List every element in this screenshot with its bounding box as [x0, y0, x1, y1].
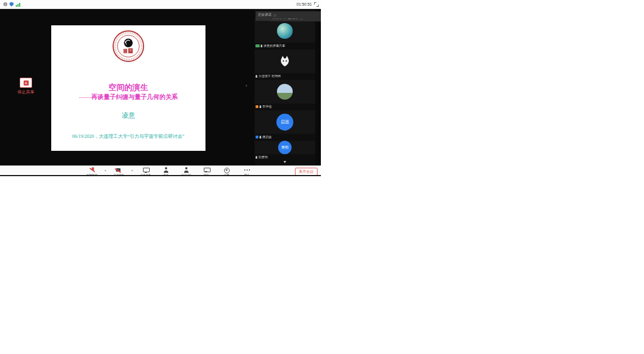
network-signal-icon — [16, 2, 21, 7]
meeting-toolbar: 解除静音 ▴ 开启视频 ▴ 共享屏幕 邀请 成员(24) 聊天 应用 更多 离开… — [0, 165, 322, 176]
meeting-window-q4: i 01:50:51 空间的演生 — [0, 0, 322, 177]
mic-muted-icon — [89, 167, 96, 173]
slide-title-line2: ——再谈量子纠缠与量子几何的关系 — [51, 93, 205, 101]
meeting-statusbar: i 01:50:51 — [0, 0, 322, 9]
participant-tile[interactable]: 启远 潘启远 — [254, 110, 315, 140]
avatar — [277, 23, 293, 39]
slide-author: 凌意 — [51, 111, 205, 120]
stop-share-button[interactable]: ✕ — [20, 78, 32, 88]
avatar — [277, 84, 293, 100]
chat-icon — [203, 167, 210, 173]
mic-icon — [260, 105, 261, 108]
window-gutter-horizontal — [0, 176, 644, 177]
participant-name: 大连理工 杜明晖 — [258, 74, 281, 78]
meeting-duration: 01:50:51 — [297, 2, 312, 6]
shared-slide: 空间的演生 ——再谈量子纠缠与量子几何的关系 凌意 06/19/2020，大连理… — [51, 25, 205, 151]
mic-icon — [256, 75, 257, 78]
member-icon — [256, 136, 258, 138]
screen-share-icon — [256, 44, 260, 47]
fullscreen-icon[interactable] — [314, 2, 319, 7]
mic-icon — [256, 156, 257, 159]
participant-name: 刘昱明 — [258, 155, 268, 159]
scroll-down-icon[interactable]: ▼ — [254, 160, 315, 164]
speaking-names: 正在讲话 — [258, 12, 271, 17]
avatar-initials: 昱明 — [278, 141, 292, 154]
participant-name: 凌意的屏幕共享 — [263, 44, 285, 48]
members-icon — [183, 167, 190, 173]
slide-conference: 06/19/2020，大连理工大学“引力与宇宙学前沿研讨会” — [51, 133, 205, 140]
stop-share-label: 停止共享 — [15, 89, 37, 95]
info-icon[interactable]: i — [3, 2, 7, 6]
mic-icon — [260, 136, 261, 138]
institute-seal-logo — [112, 30, 145, 62]
participant-name: 潘启远 — [262, 135, 272, 139]
close-icon: ✕ — [24, 80, 29, 86]
participant-tile[interactable]: 李仲佳 — [254, 80, 315, 109]
slide-title-line1: 空间的演生 — [51, 83, 205, 93]
apps-icon — [223, 167, 230, 173]
more-icon — [244, 167, 251, 173]
participants-sidebar: 正在讲话))) 凌意的屏幕共享 大连理工 杜明晖 李仲佳 启远 潘启远 昱明 — [254, 9, 315, 165]
share-screen-icon — [142, 167, 149, 173]
avatar-initials: 启远 — [276, 114, 293, 131]
mic-icon — [261, 44, 262, 47]
cat-avatar — [278, 54, 292, 69]
participant-tile[interactable]: 大连理工 杜明晖 — [254, 50, 315, 79]
member-icon — [256, 105, 258, 108]
collapse-sidebar-icon[interactable]: › — [245, 83, 247, 88]
leave-meeting-button[interactable]: 离开会议 — [295, 168, 317, 176]
audio-wave-icon: ))) — [273, 14, 276, 17]
speaking-header: 正在讲话))) — [256, 11, 319, 19]
invite-icon — [163, 167, 169, 173]
participant-name: 李仲佳 — [262, 105, 272, 109]
screenshot-canvas: 腾讯会议 —❐✕ 显示任务栏 显示设置▾ 结束幻灯片放映 —❐✕ 0:00:06… — [0, 0, 644, 354]
stop-share-control[interactable]: ✕ 停止共享 — [15, 78, 37, 95]
participant-tile[interactable]: 昱明 刘昱明 — [254, 141, 315, 160]
camera-off-icon — [115, 167, 122, 173]
security-shield-icon[interactable] — [10, 2, 14, 7]
participant-tile[interactable]: 凌意的屏幕共享 — [254, 19, 315, 48]
